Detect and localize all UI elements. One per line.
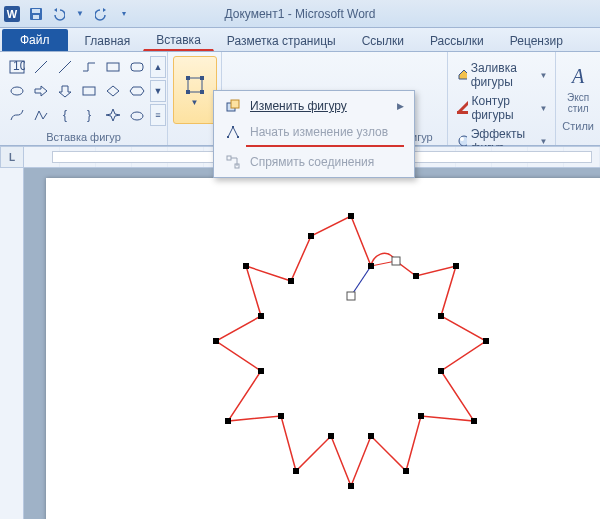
flow-icon [81,84,97,98]
line-icon [57,59,73,75]
svg-rect-47 [308,233,314,239]
page[interactable] [46,178,600,519]
gallery-expand[interactable]: ≡ [150,104,166,126]
shape-star4[interactable] [102,104,124,126]
rect-icon [105,60,121,74]
undo-button[interactable] [48,5,68,23]
ruler-corner[interactable]: L [0,146,24,168]
shape-line[interactable] [30,56,52,78]
star-shape[interactable] [196,196,506,506]
svg-rect-27 [368,263,374,269]
wordart-label: Эксп стил [562,92,594,114]
shape-roundrect[interactable] [126,56,148,78]
menu-underline-marker [246,145,404,147]
shape-line2[interactable] [54,56,76,78]
edit-nodes[interactable] [213,213,489,489]
svg-rect-31 [483,338,489,344]
tab-home[interactable]: Главная [72,29,144,51]
outline-icon [456,100,468,116]
tab-page-layout[interactable]: Разметка страницы [214,29,349,51]
shape-lbrace[interactable]: { [54,104,76,126]
save-button[interactable] [26,5,46,23]
edit-shape-button[interactable]: ▼ [173,56,217,124]
shape-connector[interactable] [78,56,100,78]
bezier-handle[interactable] [392,257,400,265]
shape-fill-button[interactable]: Заливка фигуры ▼ [454,60,550,90]
shape-hex[interactable] [126,80,148,102]
shape-style-options: Заливка фигуры ▼ Контур фигуры ▼ Эффекты… [448,52,557,145]
svg-rect-33 [471,418,477,424]
shape-outline-button[interactable]: Контур фигуры ▼ [454,93,550,123]
shape-rect[interactable] [102,56,124,78]
svg-rect-29 [453,263,459,269]
caret-down-icon: ▼ [76,9,84,18]
shape-flow1[interactable] [78,80,100,102]
svg-rect-34 [418,413,424,419]
caret-down-icon: ▼ [539,104,547,113]
gallery-scroll-up[interactable]: ▲ [150,56,166,78]
ribbon: 10 { } ▲ ▼ [0,52,600,146]
shape-textbox[interactable]: 10 [6,56,28,78]
star-path[interactable] [216,216,486,486]
shape-flow2[interactable] [102,80,124,102]
svg-rect-26 [348,213,354,219]
svg-line-5 [35,61,47,73]
tab-review[interactable]: Рецензир [497,29,576,51]
tab-references[interactable]: Ссылки [349,29,417,51]
save-icon [29,7,43,21]
oval-icon [9,84,25,98]
shape-free[interactable] [30,104,52,126]
star4-icon [105,108,121,122]
gallery-scroll-down[interactable]: ▼ [150,80,166,102]
svg-rect-1 [32,9,40,13]
menu-change-shape[interactable]: Изменить фигуру ▶ [216,93,412,119]
redo-button[interactable] [92,5,112,23]
svg-rect-21 [227,156,231,160]
fill-icon [456,67,467,83]
svg-rect-28 [413,273,419,279]
tab-mailings[interactable]: Рассылки [417,29,497,51]
file-tab[interactable]: Файл [2,29,68,51]
shape-arrow-d[interactable] [54,80,76,102]
svg-rect-2 [33,15,39,19]
qat-customize-button[interactable]: ▾ [114,5,134,23]
bezier-handle[interactable] [347,292,355,300]
connector-icon [81,59,97,75]
shape-oval[interactable] [6,80,28,102]
tab-insert[interactable]: Вставка [143,29,214,51]
caret-down-icon: ▼ [191,98,199,107]
straighten-icon [224,153,242,171]
submenu-arrow-icon: ▶ [397,101,404,111]
menu-straighten: Спрямить соединения [216,149,412,175]
redo-icon [95,7,109,21]
svg-rect-23 [457,111,468,114]
document-area[interactable] [24,168,600,519]
shape-arrow-r[interactable] [30,80,52,102]
diamond-icon [105,84,121,98]
svg-rect-43 [213,338,219,344]
shape-curve[interactable] [6,104,28,126]
undo-more-button[interactable]: ▼ [70,5,90,23]
svg-rect-39 [293,468,299,474]
textbox-icon: 10 [9,60,25,74]
svg-rect-18 [227,136,229,138]
caret-down-icon: ▼ [539,71,547,80]
svg-rect-37 [348,483,354,489]
shapes-group-label: Вставка фигур [6,129,161,143]
shapes-gallery[interactable]: 10 { } [6,56,148,126]
wordart-icon[interactable]: A [572,65,584,88]
svg-rect-8 [131,63,143,71]
vertical-ruler[interactable] [0,168,24,519]
shape-cloud[interactable] [126,104,148,126]
svg-rect-41 [225,418,231,424]
rbrace-icon: } [87,108,91,122]
svg-rect-20 [237,136,239,138]
line-icon [33,59,49,75]
shape-rbrace[interactable]: } [78,104,100,126]
edit-shape-menu: Изменить фигуру ▶ Начать изменение узлов… [213,90,415,178]
hexagon-icon [129,84,145,98]
svg-rect-35 [403,468,409,474]
menu-edit-points[interactable]: Начать изменение узлов [216,119,412,145]
svg-line-6 [59,61,71,73]
shapes-group: 10 { } ▲ ▼ [0,52,168,145]
